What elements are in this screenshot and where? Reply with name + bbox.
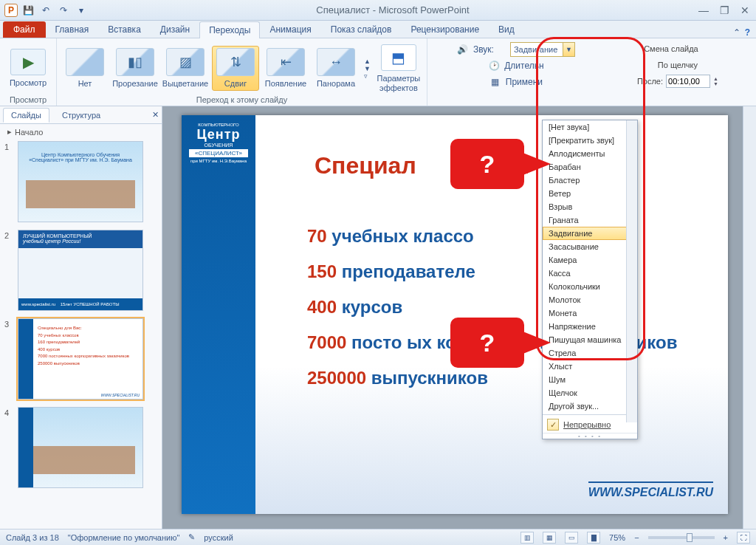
tab-animation[interactable]: Анимация: [260, 21, 320, 38]
save-icon[interactable]: 💾: [21, 3, 35, 18]
slide-thumbnail-3[interactable]: Специально для Вас: 70 учебных классов 1…: [18, 318, 143, 400]
tab-review[interactable]: Рецензирование: [401, 21, 489, 38]
zoom-in-icon[interactable]: +: [724, 533, 728, 542]
transition-gallery-more[interactable]: ▲▼▿: [362, 58, 372, 80]
tab-view[interactable]: Вид: [489, 21, 524, 38]
tab-transitions[interactable]: Переходы: [199, 21, 260, 38]
transition-fade[interactable]: ▨Выцветание: [162, 46, 209, 90]
advance-title: Смена слайда: [644, 44, 698, 53]
transition-none[interactable]: Нет: [61, 46, 109, 90]
panel-tab-outline[interactable]: Структура: [54, 108, 109, 123]
sound-option[interactable]: Напряжение: [543, 320, 637, 333]
clock-icon: 🕑: [488, 61, 500, 71]
effect-options-button[interactable]: ⬒Параметры эффектов: [375, 42, 422, 94]
panel-close-icon[interactable]: ✕: [152, 110, 159, 120]
status-language[interactable]: русский: [204, 533, 233, 542]
stage-scrollbar[interactable]: [743, 106, 756, 529]
redo-icon[interactable]: ↷: [56, 3, 71, 18]
after-time-input[interactable]: [666, 75, 710, 88]
sound-dropdown[interactable]: [Нет звука] [Прекратить звук] Аплодисмен…: [542, 120, 638, 439]
apply-all-button[interactable]: Примени: [506, 77, 543, 87]
loop-label: Непрерывно: [563, 420, 611, 429]
restore-icon[interactable]: ❐: [718, 4, 731, 16]
transition-wipe[interactable]: ⇤Появление: [262, 46, 309, 90]
annotation-callout-1: ?: [450, 139, 524, 189]
panel-tab-slides[interactable]: Слайды: [3, 108, 49, 123]
help-icon[interactable]: ?: [745, 27, 750, 38]
transition-push-icon: ⇅: [216, 48, 255, 76]
thumb-num: 1: [4, 141, 15, 222]
sound-option[interactable]: Щелчок: [543, 386, 637, 400]
sound-option[interactable]: Взрыв: [543, 200, 637, 213]
panel-tabs: Слайды Структура ✕: [0, 106, 162, 124]
sound-option[interactable]: Пишущая машинка: [543, 333, 637, 346]
sound-combo[interactable]: Задвигание ▼: [510, 42, 575, 57]
sound-option[interactable]: Хлыст: [543, 360, 637, 373]
transition-push[interactable]: ⇅Сдвиг: [212, 46, 259, 90]
view-sorter-icon[interactable]: ▦: [543, 532, 556, 544]
zoom-slider[interactable]: [648, 536, 715, 539]
sound-option[interactable]: Бластер: [543, 174, 637, 187]
preview-button[interactable]: ▶ Просмотр: [4, 47, 52, 89]
sound-option[interactable]: Аплодисменты: [543, 147, 637, 160]
file-tab[interactable]: Файл: [3, 21, 46, 38]
app-icon[interactable]: P: [4, 4, 18, 17]
sound-option[interactable]: Касса: [543, 267, 637, 280]
minimize-icon[interactable]: ―: [697, 4, 710, 16]
zoom-out-icon[interactable]: −: [634, 533, 639, 542]
slide-thumbnail-1[interactable]: Центр Компьютерного Обучения«Специалист»…: [18, 141, 143, 222]
slide-thumbnail-2[interactable]: ЛУЧШИЙ КОМПЬЮТЕРНЫЙучебный центр России!…: [18, 230, 143, 311]
sound-option[interactable]: Камера: [543, 253, 637, 267]
tab-home[interactable]: Главная: [46, 21, 99, 38]
thumb-num: 3: [4, 318, 15, 400]
play-icon: ▶: [10, 49, 46, 75]
sound-option[interactable]: Молоток: [543, 293, 637, 306]
undo-icon[interactable]: ↶: [38, 3, 53, 18]
sound-option[interactable]: [Прекратить звук]: [543, 134, 637, 147]
transition-cut[interactable]: ▮▯Прорезание: [111, 46, 159, 90]
view-normal-icon[interactable]: ▥: [520, 532, 534, 544]
sound-option[interactable]: Граната: [543, 213, 637, 227]
dropdown-resize-grip[interactable]: • • • •: [543, 433, 637, 439]
effect-options-icon: ⬒: [381, 44, 416, 71]
spellcheck-icon[interactable]: ✎: [188, 532, 195, 542]
window-title: Специалист - Microsoft PowerPoint: [89, 4, 697, 16]
spin-down-icon[interactable]: ▼: [713, 81, 718, 86]
sound-option[interactable]: Стрела: [543, 346, 637, 360]
transition-none-icon: [66, 48, 104, 76]
sound-option[interactable]: Колокольчики: [543, 280, 637, 293]
status-slide-info: Слайд 3 из 18: [6, 533, 59, 542]
on-click-partial[interactable]: По щелчку: [658, 61, 698, 69]
minimize-ribbon-icon[interactable]: ⌃: [733, 27, 740, 38]
sound-option-other[interactable]: Другой звук...: [543, 400, 637, 413]
chevron-down-icon[interactable]: ▼: [563, 43, 574, 56]
tab-slideshow[interactable]: Показ слайдов: [321, 21, 402, 38]
sound-option[interactable]: Барабан: [543, 160, 637, 174]
sound-option[interactable]: Шум: [543, 373, 637, 386]
fit-window-icon[interactable]: ⛶: [737, 532, 750, 544]
slides-panel: Слайды Структура ✕ ▸ Начало 1 Центр Комп…: [0, 106, 162, 529]
group-preview: ▶ Просмотр Просмотр: [0, 38, 57, 106]
qat-more-icon[interactable]: ▾: [74, 3, 89, 18]
status-theme: "Оформление по умолчанию": [68, 533, 180, 542]
ribbon: ▶ Просмотр Просмотр Нет ▮▯Прорезание ▨Вы…: [0, 38, 756, 106]
slide-thumbnail-4[interactable]: [18, 407, 143, 488]
tab-insert[interactable]: Вставка: [98, 21, 151, 38]
duration-label: Длительн: [504, 61, 543, 71]
sound-option[interactable]: Ветер: [543, 187, 637, 200]
sound-option[interactable]: [Нет звука]: [543, 120, 637, 134]
panel-scroll[interactable]: ▸ Начало 1 Центр Компьютерного Обучения«…: [0, 124, 162, 529]
tab-design[interactable]: Дизайн: [151, 21, 199, 38]
transition-pan[interactable]: ↔Панорама: [312, 46, 360, 90]
dropdown-scrollbar[interactable]: [626, 120, 637, 422]
sound-option[interactable]: Засасывание: [543, 240, 637, 253]
section-label[interactable]: ▸ Начало: [4, 126, 157, 138]
spin-up-icon[interactable]: ▲: [713, 76, 718, 81]
sound-option-selected[interactable]: Задвигание: [543, 227, 637, 240]
loop-sound-check[interactable]: ✓ Непрерывно: [543, 417, 637, 433]
zoom-value[interactable]: 75%: [609, 533, 625, 542]
sound-option[interactable]: Монета: [543, 306, 637, 320]
close-icon[interactable]: ✕: [738, 4, 752, 16]
view-slideshow-icon[interactable]: ▇: [587, 532, 600, 544]
view-reading-icon[interactable]: ▭: [565, 532, 578, 544]
